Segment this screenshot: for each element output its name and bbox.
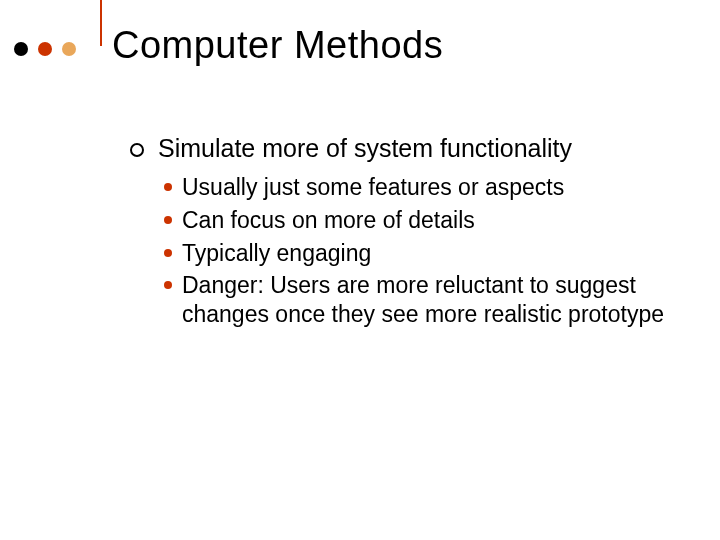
bullet-level2: Usually just some features or aspects [164, 173, 690, 202]
sub-bullet-list: Usually just some features or aspects Ca… [164, 173, 690, 329]
bullet-level2-text: Typically engaging [182, 239, 690, 268]
hollow-circle-icon [130, 143, 144, 157]
bullet-level2-text: Danger: Users are more reluctant to sugg… [182, 271, 690, 329]
dot-icon [14, 42, 28, 56]
bullet-level2-text: Usually just some features or aspects [182, 173, 690, 202]
vertical-rule [100, 0, 102, 46]
bullet-level1: Simulate more of system functionality [130, 134, 690, 163]
bullet-level1-text: Simulate more of system functionality [158, 134, 572, 163]
dot-icon [38, 42, 52, 56]
bullet-level2-text: Can focus on more of details [182, 206, 690, 235]
slide-body: Simulate more of system functionality Us… [130, 134, 690, 333]
bullet-level2: Can focus on more of details [164, 206, 690, 235]
filled-circle-icon [164, 281, 172, 289]
dot-icon [62, 42, 76, 56]
bullet-level2: Danger: Users are more reluctant to sugg… [164, 271, 690, 329]
decor-dots [14, 42, 86, 56]
slide-title: Computer Methods [112, 24, 443, 67]
filled-circle-icon [164, 216, 172, 224]
bullet-level2: Typically engaging [164, 239, 690, 268]
filled-circle-icon [164, 249, 172, 257]
slide: Computer Methods Simulate more of system… [0, 0, 720, 540]
filled-circle-icon [164, 183, 172, 191]
